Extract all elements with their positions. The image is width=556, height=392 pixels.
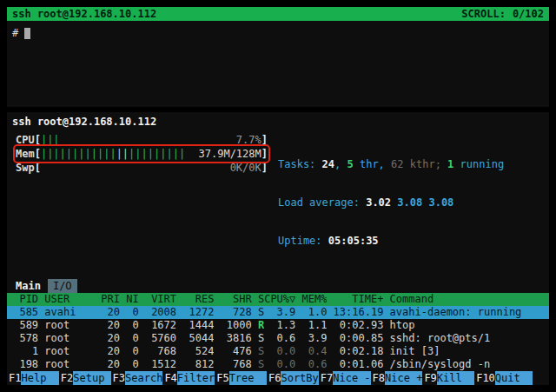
bottom-terminal-pane[interactable]: ssh root@192.168.10.112 CPU[|||7.7%] Mem… [7,112,549,385]
load-15min: 3.08 [428,196,453,209]
fn-setup[interactable]: F2Setup [59,371,111,385]
tasks-label: Tasks: [278,158,322,170]
running-label: running [453,158,504,170]
cell-time: 0:02.18 [327,345,383,358]
fn-key-label: F2 [59,371,73,385]
cell-mem: 3.9 [295,332,327,345]
cpu-meter-label: CPU [16,133,35,147]
cell-user: avahi [38,306,95,319]
top-status-bar: ssh root@192.168.10.112 SCROLL: 0/102 [7,7,549,21]
fn-key-label: F3 [111,371,125,385]
tasks-count: 24 [322,158,334,170]
cell-shr: 3816 [214,332,251,345]
cell-mem: 1.1 [295,319,327,332]
htop-view: CPU[|||7.7%] Mem[|||||||||||||||||||||||… [7,130,549,385]
fn-action-label: Filter [177,371,215,385]
fn-help[interactable]: F1Help [7,371,59,385]
load-average-line: Load average: 3.02 3.08 3.08 [278,196,504,209]
cell-pid: 578 [7,332,38,345]
fn-key-label: F7 [319,371,333,385]
column-header-virt[interactable]: VIRT [139,293,176,306]
kthreads-text: 62 kthr; [391,158,447,170]
threads-label: thr, [354,158,391,170]
fn-action-label: Kill [437,371,474,385]
cell-user: root [38,319,95,332]
fn-key-label: F5 [215,371,228,385]
mem-meter-open-bracket: [ [35,147,41,161]
process-row[interactable]: 198 root 20 0 1512 812 768 S 0.0 0.6 0:0… [7,358,549,371]
fn-nice-plus[interactable]: F8Nice + [371,371,423,385]
cell-ni: 0 [120,345,139,358]
column-header-cpu[interactable]: CPU%▽ [264,293,295,306]
fn-quit[interactable]: F10Quit [474,371,533,385]
process-row[interactable]: 1 root 20 0 768 524 476 S 0.0 0.4 0:02.1… [7,345,549,358]
cpu-meter-close-bracket: ] [261,133,268,147]
column-header-pid[interactable]: PID [7,293,38,306]
load-1min: 3.02 [366,196,391,209]
cell-res: 1444 [176,319,214,332]
cell-mem: 1.0 [295,306,327,319]
uptime-line: Uptime: 05:05:35 [278,234,504,248]
mem-meter-bars-cache: ||||||||| [129,147,185,161]
fn-nice-minus[interactable]: F7Nice - [319,371,371,385]
shell-prompt: # [12,27,18,39]
cell-time: 0:00.85 [327,332,383,345]
cell-pid: 198 [7,358,38,371]
cell-command: sshd: root@pts/1 [383,332,549,345]
cell-state: S [258,306,264,319]
fn-filter[interactable]: F4Filter [162,371,215,385]
top-terminal-pane[interactable]: ssh root@192.168.10.112 SCROLL: 0/102 # [7,7,549,107]
cpu-meter-bars: ||| [41,133,60,147]
cell-pri: 20 [95,358,120,371]
column-header-res[interactable]: RES [176,293,214,306]
fn-key-label: F4 [162,371,176,385]
cell-cpu: 0.0 [264,345,295,358]
shell-prompt-line[interactable]: # [7,21,549,45]
fn-action-label: Tree [229,371,267,385]
column-header-command[interactable]: Command [383,293,549,306]
cell-pri: 20 [95,332,120,345]
column-header-shr[interactable]: SHR [214,293,251,306]
pane-title: ssh root@192.168.10.112 [7,112,549,130]
htop-meters-area: CPU[|||7.7%] Mem[|||||||||||||||||||||||… [7,133,549,272]
function-key-bar: F1Help F2Setup F3Search F4Filter F5Tree … [7,371,549,385]
cell-pri: 20 [95,319,120,332]
fn-sortby[interactable]: F6SortBy [267,371,319,385]
tab-io[interactable]: I/O [48,279,77,293]
column-header-pri[interactable]: PRI [95,293,120,306]
column-header-user[interactable]: USER [38,293,95,306]
cell-pri: 20 [95,306,120,319]
fn-kill[interactable]: F9Kill [422,371,474,385]
tab-main[interactable]: Main [16,279,41,293]
swp-meter-close-bracket: ] [261,161,268,175]
cpu-meter-open-bracket: [ [35,133,41,147]
cell-cpu: 0.0 [264,358,295,371]
cell-virt: 1672 [139,319,176,332]
process-row[interactable]: 578 root 20 0 5760 5044 3816 S 0.6 3.9 0… [7,332,549,345]
load-average-label: Load average: [278,196,366,209]
cell-res: 1272 [176,306,214,319]
cell-state: S [258,358,264,371]
column-header-state[interactable]: S [258,293,264,306]
cell-command: htop [383,319,549,332]
process-table-header: PID USER PRI NI VIRT RES SHR S CPU%▽ MEM… [7,293,549,306]
cell-user: root [38,332,95,345]
process-row[interactable]: 589 root 20 0 1672 1444 1000 R 1.3 1.1 0… [7,319,549,332]
fn-action-label: Nice + [385,371,422,385]
column-header-time[interactable]: TIME+ [327,293,383,306]
tasks-comma: , [334,158,347,170]
fn-search[interactable]: F3Search [111,371,163,385]
cell-res: 524 [176,345,214,358]
fn-tree[interactable]: F5Tree [215,371,267,385]
system-info-column: Tasks: 24, 5 thr, 62 kthr; 1 running Loa… [268,133,504,272]
cell-cpu: 1.3 [264,319,295,332]
column-header-mem[interactable]: MEM% [295,293,327,306]
cell-res: 5044 [176,332,214,345]
cell-cpu: 3.9 [264,306,295,319]
process-row-selected[interactable]: 585 avahi 20 0 2008 1272 728 S 3.9 1.0 1… [7,306,549,319]
column-header-ni[interactable]: NI [120,293,139,306]
uptime-label: Uptime: [278,235,328,247]
cell-ni: 0 [120,319,139,332]
fn-action-label: Search [125,371,162,385]
cell-time: 13:16.19 [327,306,383,319]
